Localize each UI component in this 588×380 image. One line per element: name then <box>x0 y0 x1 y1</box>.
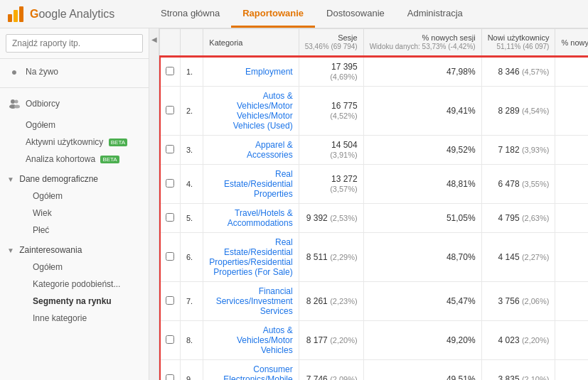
table-row: 6. Real Estate/Residential Properties/Re… <box>160 233 589 282</box>
row-sessions-1: 17 395 (4,69%) <box>299 57 363 87</box>
row-pct-new2-6 <box>555 233 588 282</box>
row-sessions-3: 14 504 (3,91%) <box>299 136 363 165</box>
row-pct-new2-3 <box>555 136 588 165</box>
row-num-8: 8. <box>181 321 203 360</box>
row-checkbox-9[interactable] <box>160 360 181 381</box>
row-sessions-8: 8 177 (2,20%) <box>299 321 363 360</box>
row-pct-new2-4 <box>555 165 588 204</box>
table-row: 2. Autos & Vehicles/Motor Vehicles/Motor… <box>160 87 589 136</box>
tab-strona-glowna[interactable]: Strona główna <box>149 0 231 28</box>
app-header: Google Analytics Strona główna Raportowa… <box>0 0 588 28</box>
row-sessions-6: 8 511 (2,29%) <box>299 233 363 282</box>
row-checkbox-6[interactable] <box>160 233 181 282</box>
tab-raportowanie[interactable]: Raportowanie <box>231 0 315 28</box>
svg-rect-1 <box>14 10 18 22</box>
sidebar-section: ● Na żywo Odbiorcy Ogółem Aktywni użytko… <box>0 59 149 327</box>
tab-dostosowanie[interactable]: Dostosowanie <box>315 0 396 28</box>
row-pct-new-2: 49,41% <box>363 87 481 136</box>
nav-tabs: Strona główna Raportowanie Dostosowanie … <box>149 0 474 28</box>
row-category-6[interactable]: Real Estate/Residential Properties/Resid… <box>203 233 299 282</box>
row-pct-new-8: 49,20% <box>363 321 481 360</box>
sidebar-sub-plec[interactable]: Płeć <box>0 222 149 239</box>
logo-text: Google Analytics <box>30 8 114 21</box>
row-pct-new2-9 <box>555 360 588 381</box>
row-checkbox-8[interactable] <box>160 321 181 360</box>
row-category-3[interactable]: Apparel & Accessories <box>203 136 299 165</box>
row-category-9[interactable]: Consumer Electronics/Mobile Phones <box>203 360 299 381</box>
row-checkbox-2[interactable] <box>160 87 181 136</box>
table-row: 5. Travel/Hotels & Accommodations 9 392 … <box>160 204 589 233</box>
row-category-2[interactable]: Autos & Vehicles/Motor Vehicles/Motor Ve… <box>203 87 299 136</box>
sidebar-sub-ogolom1[interactable]: Ogółem <box>0 116 149 134</box>
table-header-row: Kategoria Sesje 53,46% (69 794) % nowych… <box>160 29 589 57</box>
sidebar-zainteresowania[interactable]: ▼ Zainteresowania <box>0 241 149 259</box>
row-num-7: 7. <box>181 282 203 321</box>
sidebar-item-odbiorcy[interactable]: Odbiorcy <box>0 91 149 116</box>
sidebar-sub-segmenty[interactable]: Segmenty na rynku <box>0 293 149 310</box>
row-checkbox-3[interactable] <box>160 136 181 165</box>
row-sessions-2: 16 775 (4,52%) <box>299 87 363 136</box>
row-pct-new2-7 <box>555 282 588 321</box>
table-row: 3. Apparel & Accessories 14 504 (3,91%) … <box>160 136 589 165</box>
col-category[interactable]: Kategoria <box>203 29 299 57</box>
sidebar-sub-aktywni[interactable]: Aktywni użytkownicy BETA <box>0 134 149 151</box>
row-category-7[interactable]: Financial Services/Investment Services <box>203 282 299 321</box>
sidebar: ● Na żywo Odbiorcy Ogółem Aktywni użytko… <box>0 28 149 380</box>
sidebar-sub-ogolom3[interactable]: Ogółem <box>0 259 149 276</box>
row-sessions-7: 8 261 (2,23%) <box>299 282 363 321</box>
table-row: 1. Employment 17 395 (4,69%) 47,98% 8 34… <box>160 57 589 87</box>
row-sessions-4: 13 272 (3,57%) <box>299 165 363 204</box>
row-pct-new-6: 48,70% <box>363 233 481 282</box>
tab-administracja[interactable]: Administracja <box>396 0 474 28</box>
table-row: 8. Autos & Vehicles/Motor Vehicles 8 177… <box>160 321 589 360</box>
row-new-users-2: 8 289 (4,54%) <box>481 87 555 136</box>
table-row: 9. Consumer Electronics/Mobile Phones 7 … <box>160 360 589 381</box>
sidebar-sub-kategorie[interactable]: Kategorie podobieńst... <box>0 276 149 293</box>
sidebar-sub-ogolom2[interactable]: Ogółem <box>0 188 149 205</box>
sidebar-sub-inne[interactable]: Inne kategorie <box>0 310 149 327</box>
na-zywo-icon: ● <box>7 65 21 79</box>
svg-point-6 <box>14 105 20 109</box>
sidebar-sub-wiek[interactable]: Wiek <box>0 205 149 222</box>
row-num-1: 1. <box>181 57 203 87</box>
svg-rect-2 <box>19 6 23 22</box>
collapse-arrow-icon: ◀ <box>151 36 157 43</box>
row-pct-new-1: 47,98% <box>363 57 481 87</box>
sidebar-item-na-zywo[interactable]: ● Na żywo <box>0 59 149 85</box>
sidebar-collapse-handle[interactable]: ◀ <box>149 28 159 380</box>
row-pct-new-3: 49,52% <box>363 136 481 165</box>
col-pct-new2[interactable]: % nowych użytkowników <box>555 29 588 57</box>
row-category-8[interactable]: Autos & Vehicles/Motor Vehicles <box>203 321 299 360</box>
row-num-3: 3. <box>181 136 203 165</box>
col-sessions[interactable]: Sesje 53,46% (69 794) <box>299 29 363 57</box>
sidebar-sub-analiza[interactable]: Analiza kohortowa BETA <box>0 151 149 168</box>
row-category-1[interactable]: Employment <box>203 57 299 87</box>
row-checkbox-1[interactable] <box>160 57 181 87</box>
beta-badge-aktywni: BETA <box>109 139 127 146</box>
content-area: ◀ Kategoria Sesje 53,46% (69 794) % no <box>149 28 588 380</box>
row-category-5[interactable]: Travel/Hotels & Accommodations <box>203 204 299 233</box>
row-checkbox-7[interactable] <box>160 282 181 321</box>
odbiorcy-icon <box>7 97 21 111</box>
row-sessions-9: 7 746 (2,09%) <box>299 360 363 381</box>
col-new-users[interactable]: Nowi użytkownicy 51,11% (46 097) <box>481 29 555 57</box>
row-pct-new2-5 <box>555 204 588 233</box>
svg-rect-0 <box>8 14 12 22</box>
row-new-users-5: 4 795 (2,63%) <box>481 204 555 233</box>
sidebar-dane-demograficzne[interactable]: ▼ Dane demograficzne <box>0 170 149 188</box>
row-category-4[interactable]: Real Estate/Residential Properties <box>203 165 299 204</box>
row-checkbox-4[interactable] <box>160 165 181 204</box>
row-pct-new-9: 49,51% <box>363 360 481 381</box>
arrow-dane-demograficzne: ▼ <box>7 175 14 183</box>
main-layout: ● Na żywo Odbiorcy Ogółem Aktywni użytko… <box>0 28 588 380</box>
row-new-users-6: 4 145 (2,27%) <box>481 233 555 282</box>
search-input[interactable] <box>6 34 143 53</box>
table-row: 7. Financial Services/Investment Service… <box>160 282 589 321</box>
row-new-users-4: 6 478 (3,55%) <box>481 165 555 204</box>
row-checkbox-5[interactable] <box>160 204 181 233</box>
col-pct-new[interactable]: % nowych sesji Widoku danych: 53,73% (-4… <box>363 29 481 57</box>
row-num-9: 9. <box>181 360 203 381</box>
table-row: 4. Real Estate/Residential Properties 13… <box>160 165 589 204</box>
beta-badge-analiza: BETA <box>100 156 119 163</box>
sidebar-label-na-zywo: Na żywo <box>26 67 58 77</box>
